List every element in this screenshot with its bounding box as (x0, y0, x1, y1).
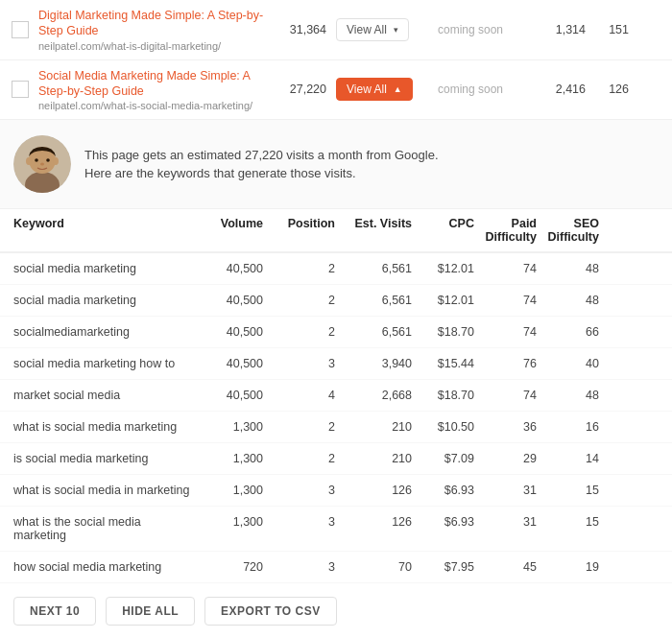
col-header-keyword: Keyword (13, 217, 191, 244)
keyword-volume: 1,300 (191, 515, 263, 542)
avatar (13, 135, 71, 193)
keyword-seo-difficulty: 14 (537, 452, 599, 465)
keyword-row: what is the social media marketing1,3003… (0, 507, 672, 552)
keyword-row: social media marketing40,50026,561$12.01… (0, 253, 672, 285)
keyword-paid-difficulty: 36 (474, 420, 537, 434)
keyword-volume: 40,500 (191, 389, 263, 402)
result-col2: 126 (586, 83, 629, 96)
row-checkbox[interactable] (12, 81, 29, 98)
keyword-paid-difficulty: 31 (474, 484, 537, 497)
keyword-volume: 720 (191, 560, 263, 574)
keyword-text: how social media marketing (13, 560, 191, 574)
keyword-volume: 1,300 (191, 452, 263, 465)
result-title-col: Digital Marketing Made Simple: A Step-by… (38, 8, 269, 52)
result-visits: 31,364 (269, 23, 326, 36)
profile-banner: This page gets an estimated 27,220 visit… (0, 120, 672, 209)
keyword-est-visits: 210 (335, 420, 412, 434)
keyword-text: socialmediamarketing (13, 325, 191, 339)
result-url: neilpatel.com/what-is-social-media-marke… (38, 100, 269, 111)
coming-soon-label: coming soon (413, 23, 528, 36)
view-all-button[interactable]: View All ▲ (336, 78, 413, 101)
result-row: Digital Marketing Made Simple: A Step-by… (0, 0, 672, 60)
keyword-paid-difficulty: 74 (474, 325, 537, 339)
keyword-position: 2 (263, 452, 335, 465)
keywords-table-header: Keyword Volume Position Est. Visits CPC … (0, 209, 672, 253)
keyword-seo-difficulty: 48 (537, 294, 599, 307)
keyword-text: what is the social media marketing (13, 515, 191, 542)
keyword-volume: 40,500 (191, 294, 263, 307)
keyword-position: 3 (263, 357, 335, 370)
keyword-text: social media marketing how to (13, 357, 191, 370)
keyword-position: 2 (263, 420, 335, 434)
col-header-seo: SEO Difficulty (537, 217, 599, 244)
keyword-cpc: $6.93 (412, 515, 474, 542)
keyword-row: what is social media in marketing1,30031… (0, 475, 672, 507)
keyword-row: how social media marketing720370$7.95451… (0, 552, 672, 583)
export-csv-button[interactable]: ExPoRT To CSV (204, 597, 337, 626)
col-header-paid: Paid Difficulty (474, 217, 537, 244)
keyword-cpc: $7.95 (412, 560, 474, 574)
keyword-volume: 40,500 (191, 357, 263, 370)
svg-point-6 (46, 158, 50, 162)
keyword-cpc: $12.01 (412, 262, 474, 275)
svg-point-4 (53, 157, 59, 165)
result-title-link[interactable]: Digital Marketing Made Simple: A Step-by… (38, 8, 269, 39)
keyword-paid-difficulty: 74 (474, 262, 537, 275)
keyword-seo-difficulty: 66 (537, 325, 599, 339)
coming-soon-label: coming soon (413, 83, 528, 96)
svg-point-3 (26, 157, 32, 165)
keyword-cpc: $15.44 (412, 357, 474, 370)
keyword-cpc: $18.70 (412, 389, 474, 402)
keyword-volume: 1,300 (191, 420, 263, 434)
keyword-row: socialmediamarketing40,50026,561$18.7074… (0, 317, 672, 348)
keyword-position: 3 (263, 560, 335, 574)
keyword-est-visits: 3,940 (335, 357, 412, 370)
row-checkbox[interactable] (12, 21, 29, 38)
keyword-text: social madia marketing (13, 294, 191, 307)
next-10-button[interactable]: NEXT 10 (13, 597, 96, 626)
keyword-seo-difficulty: 16 (537, 420, 599, 434)
keyword-position: 3 (263, 484, 335, 497)
keyword-position: 3 (263, 515, 335, 542)
keyword-row: market social media40,50042,668$18.70744… (0, 380, 672, 412)
keyword-seo-difficulty: 15 (537, 515, 599, 542)
profile-description: This page gets an estimated 27,220 visit… (84, 146, 439, 183)
keyword-text: what is social media in marketing (13, 484, 191, 497)
keyword-seo-difficulty: 19 (537, 560, 599, 574)
keyword-row: social media marketing how to40,50033,94… (0, 348, 672, 380)
keyword-est-visits: 2,668 (335, 389, 412, 402)
keyword-paid-difficulty: 31 (474, 515, 537, 542)
keyword-cpc: $10.50 (412, 420, 474, 434)
keyword-seo-difficulty: 48 (537, 262, 599, 275)
result-visits: 27,220 (269, 83, 326, 96)
keyword-est-visits: 6,561 (335, 262, 412, 275)
keyword-seo-difficulty: 15 (537, 484, 599, 497)
keyword-paid-difficulty: 45 (474, 560, 537, 574)
keyword-est-visits: 210 (335, 452, 412, 465)
keyword-text: is social media marketing (13, 452, 191, 465)
keyword-est-visits: 126 (335, 515, 412, 542)
keyword-est-visits: 126 (335, 484, 412, 497)
result-title-col: Social Media Marketing Made Simple: A St… (38, 68, 269, 112)
result-col1: 2,416 (528, 83, 586, 96)
keyword-volume: 40,500 (191, 262, 263, 275)
keyword-volume: 1,300 (191, 484, 263, 497)
keyword-row: what is social media marketing1,3002210$… (0, 412, 672, 443)
svg-point-7 (40, 163, 44, 166)
col-header-estvisits: Est. Visits (335, 217, 412, 244)
keyword-row: social madia marketing40,50026,561$12.01… (0, 285, 672, 317)
result-row: Social Media Marketing Made Simple: A St… (0, 60, 672, 121)
view-all-button[interactable]: View All ▾ (336, 18, 409, 41)
keyword-text: social media marketing (13, 262, 191, 275)
result-col1: 1,314 (528, 23, 586, 36)
result-view-btn-col: View All ▾ (326, 18, 413, 41)
keyword-paid-difficulty: 74 (474, 294, 537, 307)
keyword-cpc: $6.93 (412, 484, 474, 497)
keyword-position: 2 (263, 325, 335, 339)
col-header-cpc: CPC (412, 217, 474, 244)
hide-all-button[interactable]: HIDE ALL (106, 597, 195, 626)
result-url: neilpatel.com/what-is-digital-marketing/ (38, 40, 269, 52)
keyword-row: is social media marketing1,3002210$7.092… (0, 443, 672, 475)
keyword-paid-difficulty: 76 (474, 357, 537, 370)
result-title-link[interactable]: Social Media Marketing Made Simple: A St… (38, 68, 269, 100)
